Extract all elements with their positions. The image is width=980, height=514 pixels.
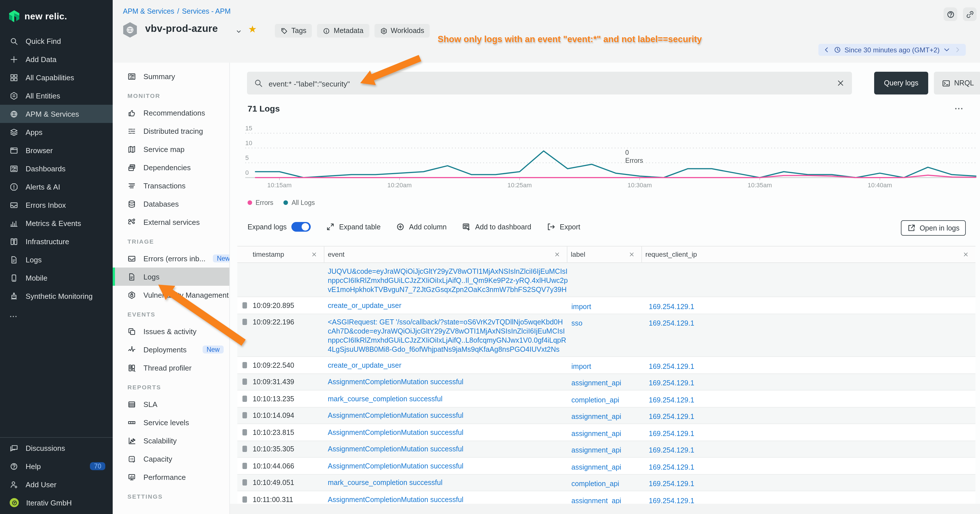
request-client-ip-link[interactable]: 169.254.129.1 — [649, 362, 694, 370]
sidebar-item-apm-services[interactable]: APM & Services — [0, 105, 113, 123]
table-row[interactable]: 10:10:13.235mark_course_completion succe… — [237, 390, 975, 407]
query-logs-button[interactable]: Query logs — [874, 72, 928, 94]
label-link[interactable]: completion_api — [571, 396, 619, 404]
remove-column-icon[interactable] — [629, 251, 635, 257]
remove-column-icon[interactable] — [311, 251, 317, 257]
request-client-ip-link[interactable]: 169.254.129.1 — [649, 302, 694, 310]
expand-table-button[interactable]: Expand table — [326, 223, 381, 231]
table-row[interactable]: 10:10:23.815AssignmentCompletionMutation… — [237, 424, 975, 441]
newrelic-logo[interactable]: new relic. — [0, 0, 113, 25]
permalink-button[interactable] — [963, 7, 977, 21]
export-button[interactable]: Export — [547, 223, 580, 231]
subnav-item-service-map[interactable]: Service map — [113, 140, 229, 158]
column-header-request-client-ip[interactable]: request_client_ip — [642, 247, 975, 263]
tags-button[interactable]: Tags — [275, 24, 312, 38]
label-link[interactable]: assignment_api — [571, 413, 621, 421]
subnav-item-recommendations[interactable]: Recommendations — [113, 103, 229, 122]
legend-item-errors[interactable]: Errors — [248, 199, 274, 206]
time-forward-chevron-icon[interactable] — [954, 46, 961, 54]
row-checkbox[interactable] — [242, 319, 247, 325]
subnav-item-performance[interactable]: Performance — [113, 468, 229, 486]
event-link[interactable]: 4LgSjsuUW8B0Mi8-Gdo_f6ofWhjpatNs9jaMs9qK… — [328, 345, 567, 354]
sidebar-item-all-capabilities[interactable]: All Capabilities — [0, 68, 113, 86]
subnav-item-service-levels[interactable]: Service levels — [113, 413, 229, 431]
column-header-label[interactable]: label — [567, 247, 642, 263]
row-checkbox[interactable] — [242, 496, 247, 502]
request-client-ip-link[interactable]: 169.254.129.1 — [649, 480, 694, 488]
label-link[interactable]: assignment_api — [571, 379, 621, 387]
table-row[interactable]: 10:10:49.051mark_course_completion succe… — [237, 474, 975, 491]
table-row[interactable]: JUQVU&code=eyJraWQiOiJjcGltY29yZV8wOTI1M… — [237, 263, 975, 297]
event-link[interactable]: JUQVU&code=eyJraWQiOiJjcGltY29yZV8wOTI1M… — [328, 267, 567, 276]
request-client-ip-link[interactable]: 169.254.129.1 — [649, 396, 694, 404]
row-checkbox[interactable] — [242, 362, 247, 368]
event-link[interactable]: AssignmentCompletionMutation successful — [328, 428, 567, 437]
time-picker[interactable]: Since 30 minutes ago (GMT+2) — [818, 44, 966, 56]
sidebar-item-add-user[interactable]: Add User — [0, 475, 113, 493]
remove-column-icon[interactable] — [554, 251, 560, 257]
label-link[interactable]: assignment_api — [571, 430, 621, 438]
logs-timeseries-chart[interactable]: 05101510:15am10:20am10:25am10:30am10:35a… — [237, 121, 977, 196]
remove-column-icon[interactable] — [963, 251, 969, 257]
metadata-button[interactable]: Metadata — [317, 24, 369, 38]
table-row[interactable]: 10:09:22.540create_or_update_userimport1… — [237, 357, 975, 374]
time-back-chevron-icon[interactable] — [823, 46, 830, 54]
sidebar-item-add-data[interactable]: Add Data — [0, 50, 113, 68]
row-checkbox[interactable] — [242, 395, 247, 402]
row-checkbox[interactable] — [242, 302, 247, 308]
sidebar-item-synthetic-monitoring[interactable]: Synthetic Monitoring — [0, 287, 113, 305]
subnav-item-dependencies[interactable]: Dependencies — [113, 158, 229, 177]
subnav-item-scalability[interactable]: Scalability — [113, 431, 229, 450]
breadcrumb-link-apm-services[interactable]: APM & Services — [123, 7, 175, 15]
subnav-item-capacity[interactable]: Capacity — [113, 450, 229, 468]
sidebar-item-quick-find[interactable]: Quick Find — [0, 32, 113, 50]
sidebar-item-iterativ-gmbh[interactable]: Iterativ GmbH — [0, 493, 113, 512]
sidebar-item-errors-inbox[interactable]: Errors Inbox — [0, 196, 113, 214]
table-row[interactable]: 10:09:31.439AssignmentCompletionMutation… — [237, 374, 975, 390]
sidebar-item-all-entities[interactable]: All Entities — [0, 86, 113, 105]
subnav-item-transactions[interactable]: Transactions — [113, 177, 229, 195]
sidebar-item-browser[interactable]: Browser — [0, 141, 113, 159]
column-header-timestamp[interactable]: timestamp — [237, 247, 325, 263]
nrql-button[interactable]: NRQL — [934, 72, 980, 94]
table-row[interactable]: 10:09:22.196<ASGIRequest: GET '/sso/call… — [237, 314, 975, 357]
event-link[interactable]: AssignmentCompletionMutation successful — [328, 461, 567, 471]
legend-item-all-logs[interactable]: All Logs — [284, 199, 315, 206]
table-row[interactable]: 10:10:35.305AssignmentCompletionMutation… — [237, 441, 975, 458]
subnav-item-thread-profiler[interactable]: Thread profiler — [113, 359, 229, 377]
label-link[interactable]: sso — [571, 319, 582, 327]
label-link[interactable]: completion_api — [571, 480, 619, 488]
sidebar-item-apps[interactable]: Apps — [0, 123, 113, 141]
add-to-dashboard-button[interactable]: Add to dashboard — [462, 223, 531, 231]
event-link[interactable]: cAh7D&code=eyJraWQiOiJjcGltY29yZV8wOTI1M… — [328, 327, 567, 336]
sidebar-item-mobile[interactable]: Mobile — [0, 269, 113, 287]
event-link[interactable]: nppcCI6IkRlZmxhdGUiLCJzZXIiOiIxLjAifQ..L… — [328, 336, 567, 345]
breadcrumb-link-services-apm[interactable]: Services - APM — [182, 7, 231, 15]
open-in-logs-button[interactable]: Open in logs — [901, 220, 966, 236]
subnav-item-sla[interactable]: SLA — [113, 395, 229, 413]
label-link[interactable]: assignment_api — [571, 446, 621, 454]
sidebar-item-[interactable]: ... — [0, 305, 113, 323]
event-link[interactable]: create_or_update_user — [328, 361, 567, 370]
sidebar-item-dashboards[interactable]: Dashboards — [0, 159, 113, 178]
event-link[interactable]: mark_course_completion successful — [328, 478, 567, 487]
row-checkbox[interactable] — [242, 446, 247, 452]
event-link[interactable]: create_or_update_user — [328, 301, 567, 310]
label-link[interactable]: assignment_api — [571, 463, 621, 471]
row-checkbox[interactable] — [242, 429, 247, 435]
row-checkbox[interactable] — [242, 379, 247, 385]
request-client-ip-link[interactable]: 169.254.129.1 — [649, 430, 694, 438]
expand-logs-toggle[interactable]: Expand logs — [248, 222, 311, 232]
sidebar-item-help[interactable]: Help70 — [0, 457, 113, 475]
table-row[interactable]: 10:09:20.895create_or_update_userimport1… — [237, 297, 975, 314]
sidebar-item-discussions[interactable]: Discussions — [0, 439, 113, 457]
logs-search-input[interactable] — [267, 72, 829, 95]
entity-chevron-down-icon[interactable] — [235, 29, 242, 35]
label-link[interactable]: assignment_api — [571, 496, 621, 504]
subnav-item-issues-activity[interactable]: Issues & activity — [113, 322, 229, 341]
event-link[interactable]: AssignmentCompletionMutation successful — [328, 495, 567, 504]
add-column-button[interactable]: Add column — [396, 223, 447, 231]
subnav-item-errors-errors-inb[interactable]: Errors (errors inb...New — [113, 249, 229, 267]
request-client-ip-link[interactable]: 169.254.129.1 — [649, 446, 694, 454]
row-checkbox[interactable] — [242, 412, 247, 419]
